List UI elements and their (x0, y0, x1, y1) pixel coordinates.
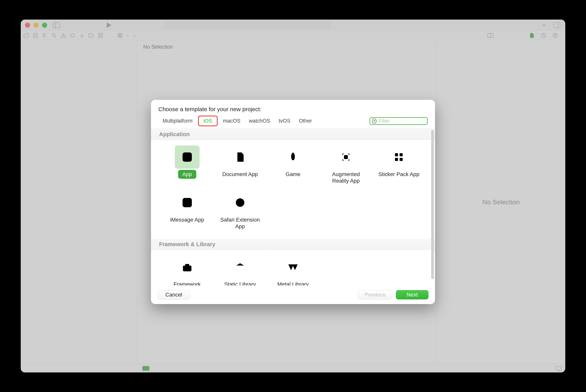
template-label: Static Library (220, 280, 260, 286)
template-framework[interactable]: Framework (161, 254, 214, 286)
toolbox-icon (181, 261, 193, 273)
template-label: Metal Library (273, 280, 313, 286)
next-button[interactable]: Next (396, 290, 428, 300)
platform-tabs: Multiplatform iOS macOS watchOS tvOS Oth… (151, 117, 435, 129)
template-ar-app[interactable]: Augmented Reality App (320, 144, 372, 187)
filter-input[interactable] (378, 118, 425, 124)
inspector-pane: No Selection (437, 40, 565, 364)
toggle-inspector-button[interactable] (553, 22, 560, 28)
breakpoint-nav-icon[interactable] (88, 32, 94, 38)
toggle-navigator-button[interactable] (53, 22, 60, 28)
grid-icon (393, 151, 405, 163)
library-icon (234, 261, 246, 273)
svg-point-40 (555, 36, 555, 37)
template-static-library[interactable]: Static Library (214, 254, 266, 286)
source-control-nav-icon[interactable] (32, 32, 39, 38)
metal-icon (287, 261, 299, 273)
section-header-application: Application (151, 129, 435, 140)
sheet-footer: Cancel Previous Next (151, 286, 435, 304)
document-icon (234, 151, 246, 163)
template-label: App (178, 170, 196, 179)
template-label: Game (281, 170, 305, 179)
report-nav-icon[interactable] (98, 32, 104, 38)
template-app[interactable]: App (161, 144, 214, 187)
template-label: Document App (218, 170, 262, 179)
template-label: iMessage App (166, 215, 209, 224)
find-nav-icon[interactable] (51, 32, 57, 38)
debug-nav-icon[interactable] (79, 32, 85, 38)
library-button[interactable]: + (542, 21, 546, 29)
section-header-framework: Framework & Library (151, 239, 435, 250)
ar-icon (340, 151, 352, 163)
rocket-icon (287, 151, 299, 163)
close-window-button[interactable] (25, 23, 30, 28)
svg-rect-33 (120, 34, 122, 35)
compass-icon (234, 196, 246, 209)
zoom-window-button[interactable] (42, 23, 47, 28)
sheet-title: Choose a template for your new project: (151, 100, 435, 117)
template-list[interactable]: Application App Document App Game Augmen… (151, 129, 435, 286)
template-label: Sticker Pack App (374, 170, 424, 179)
svg-rect-35 (120, 36, 122, 38)
no-selection-label: No Selection (138, 40, 437, 54)
svg-line-15 (34, 34, 37, 36)
run-button[interactable] (106, 22, 112, 28)
new-project-sheet: Choose a template for your new project: … (151, 100, 435, 304)
svg-marker-27 (89, 34, 94, 37)
svg-point-20 (52, 34, 55, 36)
svg-rect-12 (553, 22, 560, 28)
history-inspector-icon[interactable] (540, 32, 547, 38)
previous-button[interactable]: Previous (358, 290, 392, 300)
filter-icon (372, 118, 376, 124)
symbol-nav-icon[interactable] (42, 32, 48, 38)
toolbar-address-field[interactable] (164, 21, 331, 29)
help-inspector-icon[interactable] (552, 32, 558, 38)
forward-button[interactable]: › (133, 32, 136, 39)
xcode-window: + ‹ › No Selection No Selection (21, 20, 565, 372)
svg-point-25 (81, 35, 83, 38)
minimize-window-button[interactable] (34, 23, 39, 28)
template-document-app[interactable]: Document App (214, 144, 266, 187)
variables-view-toggle-icon[interactable] (556, 366, 562, 370)
tab-watchos[interactable]: watchOS (245, 117, 275, 125)
cancel-button[interactable]: Cancel (158, 290, 190, 300)
scrollbar[interactable] (431, 130, 434, 279)
template-sticker-pack[interactable]: Sticker Pack App (372, 144, 425, 187)
issue-nav-icon[interactable] (60, 32, 67, 38)
app-icon (181, 151, 193, 163)
svg-marker-24 (71, 34, 75, 38)
editor-grid-icon[interactable] (117, 32, 123, 38)
svg-rect-9 (53, 22, 60, 28)
test-nav-icon[interactable] (70, 32, 76, 38)
template-imessage-app[interactable]: iMessage App (161, 189, 214, 232)
svg-marker-11 (107, 22, 112, 28)
project-nav-icon[interactable] (23, 32, 29, 38)
svg-line-21 (55, 36, 56, 38)
filter-field[interactable] (370, 117, 428, 125)
tab-multiplatform[interactable]: Multiplatform (158, 117, 197, 125)
back-button[interactable]: ‹ (126, 32, 130, 39)
navigator-pane (21, 40, 138, 364)
filter-pill-icon[interactable] (142, 366, 149, 371)
svg-rect-34 (118, 36, 120, 38)
tab-ios[interactable]: iOS (199, 117, 216, 125)
template-label: Safari Extension App (216, 215, 264, 231)
navigator-toolbar: ‹ › (21, 31, 565, 40)
titlebar: + (21, 20, 565, 31)
template-label: Augmented Reality App (328, 170, 364, 185)
svg-rect-32 (118, 34, 120, 35)
template-game[interactable]: Game (266, 144, 319, 187)
scrollbar-thumb[interactable] (431, 130, 434, 279)
template-safari-ext[interactable]: Safari Extension App (214, 189, 266, 232)
tab-macos[interactable]: macOS (219, 117, 245, 125)
app-icon (181, 196, 193, 209)
status-bar (21, 364, 565, 372)
template-label: Framework (169, 280, 205, 286)
tab-other[interactable]: Other (295, 117, 316, 125)
template-metal-library[interactable]: Metal Library (266, 254, 319, 286)
tab-tvos[interactable]: tvOS (274, 117, 295, 125)
assistant-editor-icon[interactable] (487, 32, 493, 38)
file-inspector-icon[interactable] (529, 32, 535, 38)
